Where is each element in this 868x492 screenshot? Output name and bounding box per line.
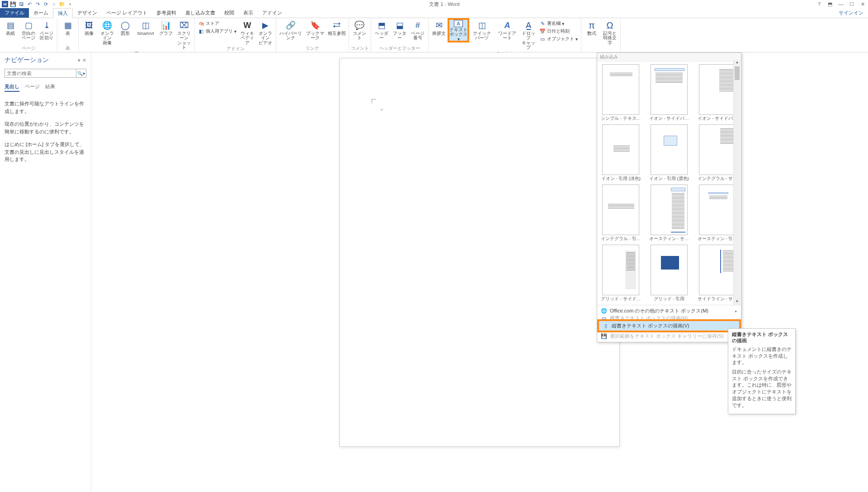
textbox-button[interactable]: Aテキスト ボックス ▾ xyxy=(448,19,468,42)
header-button[interactable]: ⬒ヘッダー xyxy=(373,19,390,41)
gallery-item-ion-side2[interactable]: イオン - サイドバー 2 xyxy=(696,64,738,122)
minimize-icon[interactable]: — xyxy=(837,1,844,7)
dropcap-button[interactable]: A̲ドロップ キャップ xyxy=(520,19,537,50)
wikipedia-button[interactable]: Wウィキ ペディア xyxy=(239,19,256,45)
group-link-label: リンク xyxy=(278,45,347,52)
tab-page-layout[interactable]: ページ レイアウト xyxy=(102,8,152,18)
equation-button[interactable]: π数式 xyxy=(583,19,600,36)
aisatsu-button[interactable]: ✉挨拶文 xyxy=(430,19,448,36)
gallery-office-more[interactable]: 🌐Office.com のその他のテキスト ボックス(M)▸ xyxy=(597,306,741,316)
comment-button[interactable]: 💬コメント xyxy=(351,19,368,41)
qat-more-icon[interactable]: ▾ xyxy=(67,1,73,7)
nav-tab-pages[interactable]: ページ xyxy=(25,83,40,92)
scroll-down-icon[interactable]: ▼ xyxy=(734,299,741,306)
gallery-item-integral-quote[interactable]: インテグラル - 引用 xyxy=(600,184,642,242)
bookmark-button[interactable]: 🔖ブックマーク xyxy=(304,19,326,41)
gallery-scrollbar[interactable]: ▲ ▼ xyxy=(733,60,741,306)
ribbon-opts-icon[interactable]: ⬒ xyxy=(826,1,834,7)
signin-link[interactable]: サインイン xyxy=(834,8,868,18)
chart-button[interactable]: 📊グラフ xyxy=(157,19,175,36)
hyperlink-button[interactable]: 🔗ハイパーリンク xyxy=(278,19,303,41)
help-icon[interactable]: ? xyxy=(816,1,823,7)
gallery-item-grid-side[interactable]: グリッド - サイドバー xyxy=(600,245,642,302)
quickparts-button[interactable]: ◫クイック パーツ xyxy=(469,19,495,41)
cursor-mark: ⤶ xyxy=(380,107,383,112)
document-area[interactable]: ⤶ 組み込み シンプル - テキスト ボッ… イオン - サイドバー 1 イオン… xyxy=(91,52,868,492)
folder-icon[interactable]: 📁 xyxy=(59,1,65,7)
close-icon[interactable]: ✕ xyxy=(859,1,866,7)
document-page[interactable]: ⤶ xyxy=(340,58,620,447)
nav-dropdown-icon[interactable]: ▾ xyxy=(78,57,80,63)
table-button[interactable]: ▦表 xyxy=(59,19,76,36)
datetime-button[interactable]: 📅日付と時刻 xyxy=(538,28,579,35)
group-addin-label: アドイン xyxy=(197,45,274,52)
nav-search-button[interactable]: 🔍▾ xyxy=(76,69,86,78)
group-symbol: π数式 Ω記号と 特殊文字 xyxy=(581,18,621,52)
group-page: ▤表紙 ▢空白の ページ ⤓ページ 区切り ページ xyxy=(0,18,57,52)
gallery-item-sideline-side[interactable]: サイドライン - サイドバー xyxy=(696,245,738,302)
blank-page-button[interactable]: ▢空白の ページ xyxy=(20,19,37,41)
gallery-header: 組み込み xyxy=(597,53,741,62)
nav-tab-headings[interactable]: 見出し xyxy=(5,83,19,92)
tab-review[interactable]: 校閲 xyxy=(220,8,239,18)
symbol-button[interactable]: Ω記号と 特殊文字 xyxy=(601,19,618,45)
group-comment: 💬コメント コメント xyxy=(349,18,371,52)
nav-search: 🔍▾ xyxy=(5,69,86,78)
crossref-button[interactable]: ⮂相互参照 xyxy=(327,19,347,36)
gallery-item-ion-side1[interactable]: イオン - サイドバー 1 xyxy=(648,64,690,122)
refresh-icon[interactable]: ⟳ xyxy=(42,1,49,7)
signature-button[interactable]: ✎署名欄 ▾ xyxy=(538,20,579,27)
tab-insert[interactable]: 挿入 xyxy=(53,8,73,18)
gallery-item-simple[interactable]: シンプル - テキスト ボッ… xyxy=(600,64,642,122)
gallery-item-austin-quote[interactable]: オースティン - 引用 xyxy=(696,184,738,242)
gallery-draw-vertical[interactable]: ▯縦書きテキスト ボックスの描画(V) xyxy=(599,321,739,331)
group-page-label: ページ xyxy=(2,45,55,52)
gallery-item-ion-quote-light[interactable]: イオン - 引用 (淡色) xyxy=(600,124,642,182)
gallery-item-ion-quote-dark[interactable]: イオン - 引用 (濃色) xyxy=(648,124,690,182)
gallery-item-integral-side[interactable]: インテグラル - サイドバー xyxy=(696,124,738,182)
tab-home[interactable]: ホーム xyxy=(29,8,53,18)
scroll-up-icon[interactable]: ▲ xyxy=(734,60,741,66)
word-icon: W xyxy=(2,1,8,7)
tab-references[interactable]: 参考資料 xyxy=(152,8,181,18)
group-headerfooter: ⬒ヘッダー ⬓フッター #ページ 番号 ヘッダーとフッター xyxy=(371,18,429,52)
pagenum-button[interactable]: #ページ 番号 xyxy=(409,19,426,41)
undo-icon[interactable]: ↶ xyxy=(26,1,33,7)
smartart-button[interactable]: ◫SmartArt xyxy=(135,19,156,36)
textbox-gallery: 組み込み シンプル - テキスト ボッ… イオン - サイドバー 1 イオン -… xyxy=(597,52,741,342)
gallery-item-grid-quote[interactable]: グリッド - 引用 xyxy=(648,245,690,302)
highlight-vertical-textbox: ▯縦書きテキスト ボックスの描画(V) xyxy=(597,319,741,332)
page-break-button[interactable]: ⤓ページ 区切り xyxy=(38,19,55,41)
cover-page-button[interactable]: ▤表紙 xyxy=(2,19,19,36)
maximize-icon[interactable]: ☐ xyxy=(848,1,855,7)
nav-close-icon[interactable]: ✕ xyxy=(82,57,86,63)
shapes-button[interactable]: ◯図形 xyxy=(117,19,134,36)
qat-icon[interactable]: ○ xyxy=(51,1,57,7)
nav-title: ナビゲーション▾✕ xyxy=(5,56,86,64)
object-button[interactable]: ▭オブジェクト ▾ xyxy=(538,35,579,43)
nav-tab-results[interactable]: 結果 xyxy=(45,83,55,92)
group-table-label: 表 xyxy=(59,45,76,52)
footer-button[interactable]: ⬓フッター xyxy=(391,19,408,41)
save-icon[interactable]: 💾 xyxy=(10,1,16,7)
group-hf-label: ヘッダーとフッター xyxy=(373,45,426,52)
myapps-button[interactable]: ◧個人用アプリ ▾ xyxy=(197,28,238,35)
wordart-button[interactable]: Aワードアート xyxy=(495,19,519,41)
save-as-icon[interactable]: 🖫 xyxy=(18,1,24,7)
redo-icon[interactable]: ↷ xyxy=(34,1,41,7)
tooltip: 縦書きテキスト ボックスの描画 ドキュメントに縦書きのテキスト ボックスを作成し… xyxy=(728,328,796,414)
screenshot-button[interactable]: ⌧スクリーン ショット xyxy=(175,19,193,50)
online-video-button[interactable]: ▶オンライン ビデオ xyxy=(257,19,274,45)
title-bar: W 💾 🖫 ↶ ↷ ⟳ ○ 📁 ▾ 文書 1 - Word ? ⬒ — ☐ ✕ xyxy=(0,0,868,8)
picture-button[interactable]: 🖼画像 xyxy=(80,19,98,36)
tab-mailmerge[interactable]: 差し込み文書 xyxy=(181,8,220,18)
gallery-item-austin-side[interactable]: オースティン - サイドバー xyxy=(648,184,690,242)
tab-file[interactable]: ファイル xyxy=(0,8,29,18)
scroll-thumb[interactable] xyxy=(735,66,740,80)
online-picture-button[interactable]: 🌐オンライン 画像 xyxy=(99,19,116,45)
tab-addin[interactable]: アドイン xyxy=(258,8,287,18)
nav-search-input[interactable] xyxy=(5,69,76,78)
tab-design[interactable]: デザイン xyxy=(73,8,102,18)
tab-view[interactable]: 表示 xyxy=(239,8,258,18)
store-button[interactable]: 🛍ストア xyxy=(197,20,238,27)
